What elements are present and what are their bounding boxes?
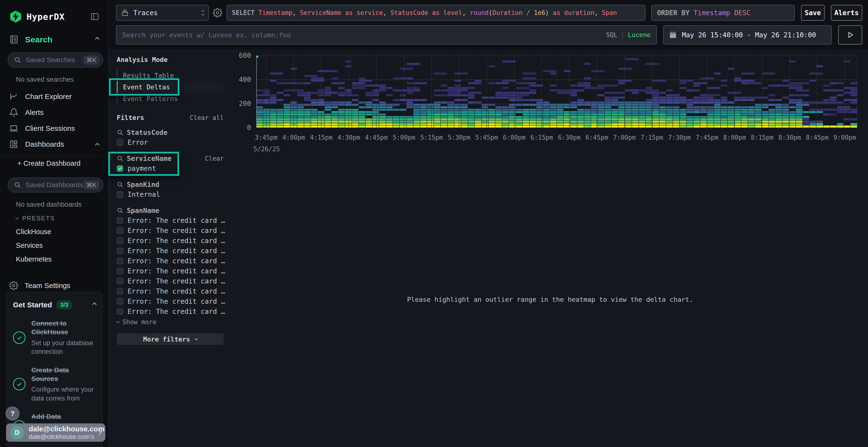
x-axis-tick: 5:15pm: [420, 134, 443, 141]
language-lucene-toggle[interactable]: Lucene: [628, 31, 651, 38]
presets-toggle[interactable]: PRESETS: [16, 215, 108, 222]
gear-icon: [9, 281, 19, 290]
checkbox[interactable]: [117, 191, 123, 198]
filter-option[interactable]: Error: The credit card …: [117, 276, 224, 286]
filter-option-label: Error: The credit card …: [128, 277, 225, 285]
hyperdx-logo-icon: [9, 10, 22, 23]
sidebar-item-dashboards[interactable]: Dashboards: [0, 136, 108, 152]
filter-option[interactable]: Error: [117, 137, 224, 147]
filter-option[interactable]: Error: The credit card …: [117, 226, 224, 236]
logo-row: HyperDX: [0, 0, 108, 23]
x-axis-tick: 7:45pm: [695, 134, 718, 141]
sql-query-input[interactable]: SELECT Timestamp, ServiceName as service…: [227, 5, 646, 21]
user-org: dale@clickhouse.com's: [29, 433, 98, 441]
filter-option[interactable]: Error: The credit card …: [117, 215, 224, 226]
preset-item-kubernetes[interactable]: Kubernetes: [16, 255, 108, 263]
checkbox[interactable]: [117, 258, 123, 264]
analysis-mode-results-table[interactable]: Results Table: [117, 70, 224, 81]
filter-option-label: Error: The credit card …: [128, 257, 225, 265]
preset-item-services[interactable]: Services: [16, 242, 108, 249]
get-started-item[interactable]: Connect to ClickHouse Set up your databa…: [13, 319, 96, 356]
checkbox[interactable]: [117, 139, 123, 146]
orderby-input[interactable]: ORDER BY Timestamp DESC: [651, 5, 795, 21]
checkbox-checked[interactable]: [117, 165, 123, 172]
checkbox[interactable]: [117, 268, 123, 274]
filter-option[interactable]: payment: [117, 163, 224, 173]
checkbox[interactable]: [117, 308, 123, 315]
user-menu[interactable]: D dale@clickhouse.com dale@clickhouse.co…: [6, 423, 105, 442]
filter-option[interactable]: Error: The credit card …: [117, 236, 224, 246]
avatar: D: [10, 426, 24, 439]
checkbox[interactable]: [117, 238, 123, 244]
alerts-button[interactable]: Alerts: [831, 5, 862, 21]
filter-option-label: Error: The credit card …: [128, 247, 225, 255]
sidebar: HyperDX Search Saved Searches ⌘K No save…: [0, 0, 108, 447]
filter-option[interactable]: Error: The credit card …: [117, 296, 224, 306]
filter-option[interactable]: Error: The credit card …: [117, 256, 224, 266]
source-settings-button[interactable]: [213, 5, 222, 21]
x-axis-tick: 4:45pm: [365, 134, 388, 141]
checkbox[interactable]: [117, 298, 123, 305]
checkbox[interactable]: [117, 278, 123, 284]
saved-dashboards-input[interactable]: Saved Dashboards ⌘K: [8, 177, 103, 193]
filter-option[interactable]: Error: The credit card …: [117, 266, 224, 276]
analysis-mode-event-deltas[interactable]: Event Deltas: [117, 81, 224, 93]
chevron-up-icon[interactable]: [96, 140, 99, 148]
search-icon: [117, 207, 123, 214]
sidebar-item-client-sessions[interactable]: Client Sessions: [0, 121, 108, 136]
x-axis-tick: 8:45pm: [806, 134, 829, 141]
heatmap-canvas[interactable]: [256, 56, 858, 128]
date-range-picker[interactable]: May 26 15:40:00 - May 26 21:10:00: [663, 25, 832, 44]
filter-option[interactable]: Error: The credit card …: [117, 306, 224, 316]
sidebar-section-search-label: Search: [25, 35, 52, 44]
chevron-up-icon[interactable]: [96, 37, 99, 42]
x-axis-tick: 4:30pm: [338, 134, 360, 141]
checkbox[interactable]: [117, 217, 123, 224]
get-started-item[interactable]: Create Data Sources Configure where your…: [13, 366, 96, 403]
filter-option[interactable]: Internal: [117, 189, 224, 199]
filter-option[interactable]: Error: The credit card …: [117, 286, 224, 296]
clear-all-link[interactable]: Clear all: [190, 114, 224, 122]
sidebar-section-search[interactable]: Search: [0, 35, 108, 44]
filter-group-name: ServiceName: [127, 154, 172, 163]
sidebar-item-chart-explorer[interactable]: Chart Explorer: [0, 89, 108, 105]
filter-clear-link[interactable]: Clear: [205, 155, 224, 162]
language-sql-toggle[interactable]: SQL: [606, 31, 617, 38]
show-more-link[interactable]: Show more: [117, 318, 224, 325]
preset-item-clickhouse[interactable]: ClickHouse: [16, 228, 108, 236]
sidebar-collapse-icon[interactable]: [90, 12, 99, 21]
x-axis-tick: 6:15pm: [530, 134, 553, 141]
y-axis-tick: 600: [234, 51, 251, 60]
filter-group-SpanKind: SpanKindInternal: [117, 180, 224, 199]
filter-option-label: Error: The credit card …: [128, 308, 225, 315]
save-button[interactable]: Save: [801, 5, 825, 21]
get-started-item-subtitle: Configure where your data comes from: [31, 385, 96, 403]
get-started-header[interactable]: Get Started 3/3: [13, 300, 96, 309]
chevron-up-icon[interactable]: [93, 303, 96, 307]
run-query-button[interactable]: [838, 25, 862, 44]
filter-option-label: Error: The credit card …: [128, 287, 225, 295]
source-select[interactable]: Traces: [116, 5, 209, 21]
x-axis-tick: 7:15pm: [641, 134, 663, 141]
saved-searches-input[interactable]: Saved Searches ⌘K: [8, 53, 103, 67]
select-updown-icon: [202, 10, 204, 15]
workspace: Analysis Mode Results Table Event Deltas…: [108, 50, 868, 447]
x-axis-tick: 4:00pm: [282, 134, 305, 141]
search-input[interactable]: Search your events w/ Lucene ex. column:…: [116, 25, 657, 44]
app-title: HyperDX: [27, 12, 65, 22]
checkbox[interactable]: [117, 248, 123, 254]
filter-option[interactable]: Error: The credit card …: [117, 246, 224, 256]
y-axis-tick: 400: [234, 76, 251, 83]
search-placeholder: Search your events w/ Lucene ex. column:…: [122, 31, 291, 39]
checkbox[interactable]: [117, 288, 123, 295]
help-button[interactable]: ?: [5, 407, 20, 420]
create-dashboard-button[interactable]: + Create Dashboard: [0, 156, 108, 171]
analysis-mode-event-patterns[interactable]: Event Patterns: [117, 93, 224, 104]
sidebar-item-alerts[interactable]: Alerts: [0, 105, 108, 121]
checkbox[interactable]: [117, 227, 123, 234]
more-filters-button[interactable]: More filters: [117, 333, 224, 345]
filter-option-label: Error: The credit card …: [128, 267, 225, 275]
sidebar-item-team-settings[interactable]: Team Settings: [0, 281, 108, 290]
chevron-down-icon: [194, 337, 198, 340]
x-axis-tick: 7:30pm: [668, 134, 691, 141]
